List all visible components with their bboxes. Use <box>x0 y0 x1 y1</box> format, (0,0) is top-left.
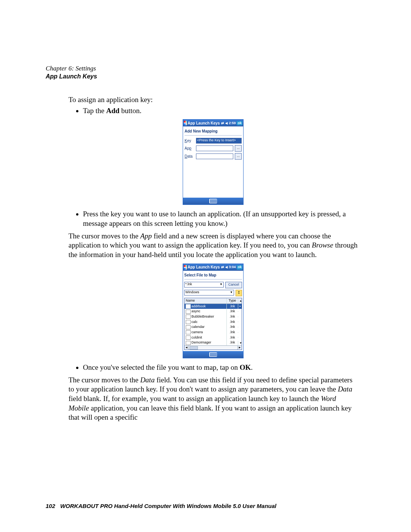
col-type-header[interactable]: Type <box>226 298 238 304</box>
file-name-text: camera <box>191 330 203 335</box>
bullet3-bold: OK <box>240 363 251 371</box>
file-name-text: addrbook <box>191 304 206 309</box>
app-label: App <box>185 146 194 151</box>
start-icon[interactable] <box>184 265 187 270</box>
keyboard-icon[interactable] <box>209 199 217 203</box>
file-name-cell: async <box>185 309 226 314</box>
file-name-cell: DemoImager <box>185 340 226 345</box>
file-name-cell: calendar <box>185 324 226 330</box>
file-row[interactable]: calc.lnk <box>185 320 242 325</box>
network-icon[interactable] <box>221 265 224 270</box>
file-icon <box>186 315 191 319</box>
bullet-tap-ok: Once you've selected the file you want t… <box>83 363 358 372</box>
file-type-cell: .lnk <box>226 309 238 314</box>
bullet-add: Tap the Add button. <box>83 106 358 116</box>
para2-a: The cursor moves to the <box>68 232 140 240</box>
section-header: App Launch Keys <box>46 73 365 80</box>
hscroll-thumb[interactable] <box>190 346 198 350</box>
data-input[interactable] <box>196 153 233 159</box>
key-label: Key <box>185 138 194 143</box>
page-footer: 102 WORKABOUT PRO Hand-Held Computer Wit… <box>46 503 276 509</box>
file-row[interactable]: addrbook.lnk▪ <box>185 304 242 309</box>
volume-icon[interactable] <box>225 121 228 126</box>
para3-i2: Data <box>338 385 352 393</box>
file-name-text: coldinit <box>191 335 202 340</box>
panel-heading: Add New Mapping <box>185 128 242 136</box>
app-browse-button[interactable]: ... <box>235 145 242 152</box>
filter-value: *.lnk <box>185 282 192 287</box>
scroll-up-button[interactable]: ▲ <box>238 299 242 303</box>
para-data-field: The cursor moves to the Data field. You … <box>68 375 358 422</box>
file-icon <box>186 304 191 308</box>
cancel-button[interactable]: Cancel <box>225 282 242 288</box>
chevron-down-icon: ▼ <box>220 283 223 286</box>
file-type-cell: .lnk <box>226 330 238 335</box>
scroll-left-button[interactable]: ◄ <box>185 346 189 350</box>
network-icon[interactable] <box>221 121 224 126</box>
panel-heading: Select File to Map <box>184 272 242 280</box>
up-folder-button[interactable]: ↥ <box>236 290 242 296</box>
hscrollbar[interactable]: ◄ ► <box>185 345 242 350</box>
file-row[interactable]: BubbleBreaker.lnk <box>185 314 242 320</box>
para2-i1: App <box>140 232 152 240</box>
file-icon <box>186 310 191 314</box>
file-icon <box>186 335 191 340</box>
data-browse-button[interactable]: ... <box>235 153 242 160</box>
ok-button[interactable]: ok <box>237 121 242 126</box>
scroll-right-button[interactable]: ► <box>237 346 242 350</box>
para-app-field: The cursor moves to the App field and a … <box>68 232 358 260</box>
file-name-text: BubbleBreaker <box>191 315 214 319</box>
folder-dropdown[interactable]: Windows ▼ <box>184 290 234 296</box>
file-icon <box>186 341 191 345</box>
volume-icon[interactable] <box>225 265 228 270</box>
vscroll-track <box>238 321 242 322</box>
footer-text: WORKABOUT PRO Hand-Held Computer With Wi… <box>60 503 276 509</box>
keyboard-icon[interactable] <box>209 352 217 357</box>
bullet-add-post: button. <box>119 107 142 115</box>
screenshot-select-file: App Launch Keys 3:04 ok Select File to M… <box>183 264 244 358</box>
page-number: 102 <box>46 503 59 509</box>
file-row[interactable]: DemoImager.lnk▼ <box>185 340 242 345</box>
scroll-down-button[interactable]: ▼ <box>238 341 242 345</box>
chevron-down-icon: ▼ <box>230 291 233 294</box>
para3-i1: Data <box>140 376 155 384</box>
file-type-cell: .lnk <box>226 340 238 345</box>
para3-d: application, you can leave this field bl… <box>68 404 352 422</box>
bullet-press-key: Press the key you want to use to launch … <box>83 209 358 228</box>
file-row[interactable]: coldinit.lnk <box>185 335 242 340</box>
file-name-text: calc <box>191 320 198 324</box>
file-type-cell: .lnk <box>226 324 238 330</box>
window-title: App Launch Keys <box>188 121 220 126</box>
folder-value: Windows <box>185 290 199 295</box>
key-input[interactable]: <Press the Key to Insert> <box>196 138 242 144</box>
file-name-cell: coldinit <box>185 335 226 340</box>
app-input[interactable] <box>196 145 233 151</box>
file-name-cell: calc <box>185 320 226 325</box>
window-title: App Launch Keys <box>188 265 220 270</box>
vscroll-track <box>238 327 242 328</box>
chapter-header: Chapter 6: Settings <box>46 65 365 72</box>
clock-text: 2:59 <box>229 121 236 126</box>
vscroll-track <box>238 332 242 333</box>
bullet3-post: . <box>251 363 253 371</box>
col-name-header[interactable]: Name <box>185 298 226 304</box>
intro-text: To assign an application key: <box>68 95 358 105</box>
file-type-cell: .lnk <box>226 304 238 309</box>
file-name-text: async <box>191 309 201 314</box>
filter-dropdown[interactable]: *.lnk ▼ <box>184 282 224 288</box>
vscroll-track <box>238 311 242 312</box>
file-row[interactable]: calendar.lnk <box>185 324 242 330</box>
vscroll-track <box>238 316 242 317</box>
file-row[interactable]: camera.lnk <box>185 330 242 335</box>
file-type-cell: .lnk <box>226 320 238 325</box>
para3-a: The cursor moves to the <box>68 376 140 384</box>
vscroll-thumb[interactable]: ▪ <box>238 304 242 309</box>
file-icon <box>186 330 191 334</box>
start-icon[interactable] <box>184 121 187 125</box>
vscroll-track <box>238 337 242 338</box>
para3-c: field blank. If, for example, you want t… <box>68 395 321 403</box>
file-icon <box>186 320 191 324</box>
data-label: Data <box>185 154 194 159</box>
ok-button[interactable]: ok <box>237 265 242 270</box>
file-row[interactable]: async.lnk <box>185 309 242 314</box>
